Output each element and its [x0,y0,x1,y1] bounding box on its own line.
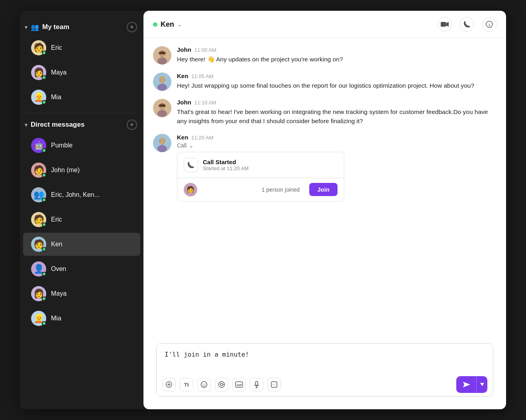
team-icon: 👥 [31,23,39,31]
format-icon: Tt [184,382,189,388]
sidebar-item-mia2[interactable]: 👱 Mia [23,307,140,330]
sidebar-item-maya2[interactable]: 👩 Maya [23,282,140,305]
gif-button[interactable]: GIF [232,378,246,391]
status-dot-mia2 [42,321,46,326]
chat-header: Ken ⌄ i [143,11,506,38]
chat-panel: Ken ⌄ i [143,11,506,409]
call-participant-avatar: 🧑 [184,183,197,196]
send-icon [462,381,470,388]
phone-icon [463,21,471,28]
call-title: Call Started [203,159,249,165]
status-dot-group [42,198,46,202]
sidebar-item-eric2[interactable]: 🧑 Eric [23,208,140,231]
dm-add-button[interactable]: + [127,120,137,130]
gif-icon: GIF [235,381,243,388]
svg-point-16 [163,80,165,82]
mention-button[interactable] [215,378,228,391]
svg-text:GIF: GIF [237,383,242,387]
call-phone-icon [184,158,198,172]
sidebar-item-group[interactable]: 👥 Eric, John, Ken... [23,183,140,206]
call-info: Call Started Started at 11:20 AM [203,159,249,171]
dm-title-label: Direct messages [31,121,84,129]
svg-marker-48 [463,382,470,387]
svg-rect-23 [159,104,166,107]
svg-rect-9 [159,52,166,54]
svg-rect-0 [441,22,446,27]
video-call-button[interactable] [438,17,452,31]
mention-icon [218,381,225,388]
sidebar-item-john-me[interactable]: 🧑 John (me) [23,159,140,182]
avatar-mia: 👱 [31,90,46,105]
sidebar-item-pumble[interactable]: 🤖 Pumble [23,134,140,157]
svg-rect-8 [160,54,165,57]
sidebar-item-eric[interactable]: 🧑 Eric [23,36,140,59]
format-text-button[interactable]: Tt [180,378,193,391]
status-dot-oven [42,272,46,276]
sidebar-item-oven[interactable]: 👤 Oven [23,257,140,281]
svg-point-31 [159,141,161,143]
avatar-oven: 👤 [31,261,46,277]
msg-sender-4: Ken [177,134,188,141]
call-label: Call ⌄ [177,142,497,149]
sidebar-item-maya[interactable]: 👩 Maya [23,61,140,84]
msg-time-4: 11:20 AM [191,135,213,141]
join-call-button[interactable]: Join [309,183,338,196]
avatar-mia2: 👱 [31,311,46,326]
dm-chevron-icon: ▾ [25,122,27,128]
msg-content-3: John 11:10 AM That's great to hear! I've… [177,99,497,126]
msg-header-1: John 11:00 AM [177,46,497,53]
svg-point-6 [157,57,167,65]
message-row: John 11:10 AM That's great to hear! I've… [153,99,497,126]
status-dot-mia [42,100,46,104]
sidebar-item-ken[interactable]: 🧑 Ken [23,233,140,256]
svg-marker-1 [446,22,449,27]
status-dot-pumble [42,148,46,153]
chat-input-area: Tt [156,343,493,396]
emoji-button[interactable] [197,378,211,391]
phone-call-button[interactable] [460,17,474,31]
avatar-maya: 👩 [31,65,46,80]
mic-button[interactable] [250,378,263,391]
call-subtitle: Started at 11:20 AM [203,165,249,171]
sidebar-label-mia2: Mia [51,315,61,322]
sidebar-label-eric2: Eric [51,216,62,223]
status-dot-maya2 [42,296,46,301]
add-attachment-button[interactable] [162,378,176,391]
svg-point-26 [157,145,167,152]
dm-section-title: ▾ Direct messages [25,121,84,129]
info-icon: i [486,21,493,28]
svg-point-15 [159,76,165,79]
msg-content-1: John 11:00 AM Hey there! 👋 Any updates o… [177,46,497,64]
sidebar-label-maya: Maya [51,69,67,76]
status-dot-ken [42,247,46,251]
send-dropdown-chevron-icon [480,383,484,386]
sidebar-label-group: Eric, John, Ken... [51,191,100,198]
team-chevron-icon: ▾ [25,24,27,30]
message-input[interactable] [157,343,493,371]
input-area-wrapper: Tt [143,343,506,409]
msg-avatar-john2 [153,99,171,117]
message-row: John 11:00 AM Hey there! 👋 Any updates o… [153,46,497,65]
send-dropdown-button[interactable] [476,376,487,393]
call-joined-text: 1 person joined [202,186,304,193]
attachment-button[interactable] [267,378,281,391]
info-button[interactable]: i [482,17,497,31]
team-title-label: My team [42,23,69,31]
svg-text:i: i [489,22,490,27]
dm-section-header[interactable]: ▾ Direct messages + [20,116,143,133]
team-add-button[interactable]: + [127,22,137,32]
svg-point-29 [159,137,165,141]
svg-rect-43 [255,381,258,385]
sidebar-item-mia[interactable]: 👱 Mia [23,86,140,109]
team-section-header[interactable]: ▾ 👥 My team + [20,19,143,35]
call-card: Call Started Started at 11:20 AM 🧑 1 per… [177,152,344,202]
attachment-icon [271,381,277,388]
avatar-group: 👥 [31,187,46,202]
send-button[interactable] [456,376,476,393]
sidebar-label-mia: Mia [51,94,61,101]
emoji-icon [200,381,208,388]
team-section-title: ▾ 👥 My team [25,23,69,31]
message-row: Ken 11:05 AM Hey! Just wrapping up some … [153,73,497,91]
chat-header-chevron-icon[interactable]: ⌄ [177,22,182,27]
avatar-maya2: 👩 [31,286,46,301]
